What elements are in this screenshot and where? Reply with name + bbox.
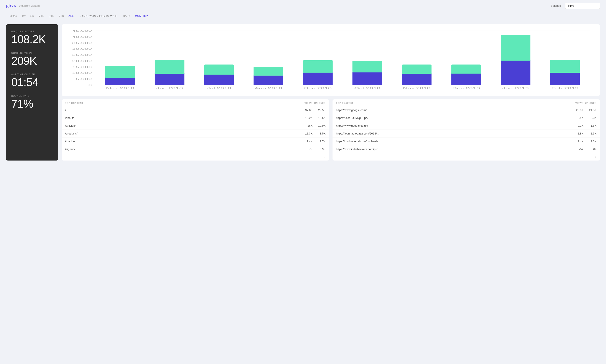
- row-uniques: 10.9K: [313, 124, 326, 127]
- row-label: /products/: [65, 132, 300, 135]
- svg-text:5,000: 5,000: [76, 78, 92, 80]
- unique-visitors-label: UNIQUE VISITORS: [11, 30, 53, 33]
- row-views: 37.6K: [300, 108, 313, 112]
- svg-rect-20: [105, 66, 135, 77]
- avg-time-value: 01:54: [11, 77, 53, 88]
- table-row: https://joannaglogaza.com/2018/...1.8K1.…: [332, 130, 600, 138]
- filter-all[interactable]: ALL: [66, 13, 76, 19]
- svg-text:40,000: 40,000: [72, 36, 92, 38]
- svg-text:Dec 2018: Dec 2018: [452, 87, 480, 89]
- nav-bar: TODAY 1W 4W MTD QTD YTD ALL JAN 1, 2019 …: [0, 12, 606, 21]
- row-uniques: 6.9K: [313, 147, 326, 151]
- settings-link[interactable]: Settings: [551, 4, 561, 7]
- row-views: 9.4K: [300, 140, 313, 143]
- row-uniques: 21.5K: [583, 108, 596, 112]
- top-traffic-header: TOP TRAFFIC VIEWS UNIQUES: [332, 99, 600, 106]
- svg-rect-41: [353, 72, 382, 85]
- svg-rect-48: [451, 65, 481, 73]
- svg-rect-21: [105, 77, 135, 85]
- row-label[interactable]: https://coolmaterial.com/cool-web...: [336, 140, 570, 143]
- svg-rect-33: [253, 76, 283, 85]
- top-content-more[interactable]: ›: [325, 155, 326, 159]
- filter-qtd[interactable]: QTD: [46, 13, 56, 19]
- svg-text:25,000: 25,000: [72, 53, 92, 56]
- row-label: /about/: [65, 116, 300, 119]
- filter-4w[interactable]: 4W: [28, 13, 36, 19]
- row-label[interactable]: https://www.indiehackers.com/pro...: [336, 147, 570, 151]
- svg-rect-24: [155, 60, 184, 73]
- top-traffic-rows: https://www.google.com/26.9K21.5Khttps:/…: [332, 106, 600, 153]
- row-uniques: 1.3K: [583, 132, 596, 135]
- chart-area: 45,00040,00035,00030,00025,00020,00015,0…: [66, 29, 596, 94]
- row-uniques: 1.6K: [583, 124, 596, 127]
- row-uniques: 8.5K: [313, 132, 326, 135]
- row-label[interactable]: https://www.google.com/: [336, 108, 570, 112]
- filter-1w[interactable]: 1W: [20, 13, 28, 19]
- svg-rect-38: [303, 72, 333, 73]
- row-views: 1.8K: [570, 132, 583, 135]
- svg-text:35,000: 35,000: [72, 42, 92, 44]
- svg-text:15,000: 15,000: [72, 66, 92, 68]
- table-row: /articles/16K10.9K: [62, 122, 329, 130]
- svg-text:Oct 2018: Oct 2018: [354, 87, 381, 89]
- svg-rect-58: [550, 72, 580, 73]
- row-uniques: 29.5K: [313, 108, 326, 112]
- top-traffic-more[interactable]: ›: [595, 155, 596, 159]
- row-views: 1.4K: [570, 140, 583, 143]
- row-label-highlighted[interactable]: /: [65, 108, 66, 112]
- bounce-rate-value: 71%: [11, 98, 53, 109]
- row-views: 8.7K: [300, 147, 313, 151]
- table-row: https://www.google.com/26.9K21.5K: [332, 106, 600, 114]
- row-views: 26.9K: [570, 108, 583, 112]
- bar-chart: 45,00040,00035,00030,00025,00020,00015,0…: [66, 29, 596, 94]
- svg-rect-36: [303, 60, 333, 72]
- svg-rect-50: [451, 73, 481, 74]
- search-input[interactable]: [565, 3, 600, 9]
- header-right: Settings: [551, 3, 600, 9]
- svg-text:Nov 2018: Nov 2018: [403, 87, 431, 89]
- date-range: JAN 1, 2019 › FEB 19, 2019: [80, 14, 116, 18]
- row-uniques: 609: [583, 147, 596, 151]
- top-traffic-uniques-col: UNIQUES: [583, 102, 596, 104]
- svg-rect-37: [303, 72, 333, 85]
- svg-text:Sep 2018: Sep 2018: [304, 87, 332, 89]
- table-row: /products/11.3K8.5K: [62, 130, 329, 138]
- top-traffic-views-col: VIEWS: [570, 102, 583, 104]
- view-monthly[interactable]: MONTHLY: [133, 13, 150, 19]
- top-content-footer: ›: [62, 153, 329, 160]
- row-label[interactable]: https://t.co/EOuMQIE8pA: [336, 116, 570, 119]
- view-filters: DAILY MONTHLY: [121, 13, 150, 19]
- row-uniques: 7.7K: [313, 140, 326, 143]
- svg-rect-29: [204, 74, 234, 85]
- svg-text:Feb 2019: Feb 2019: [551, 87, 579, 89]
- svg-rect-54: [501, 60, 530, 61]
- row-label[interactable]: https://www.google.co.uk/: [336, 124, 570, 127]
- table-row: /37.6K29.5K: [62, 106, 329, 114]
- table-row: https://www.indiehackers.com/pro...75260…: [332, 145, 600, 153]
- filter-ytd[interactable]: YTD: [56, 13, 66, 19]
- svg-text:30,000: 30,000: [72, 48, 92, 50]
- top-traffic-footer: ›: [332, 153, 600, 160]
- filter-mtd[interactable]: MTD: [36, 13, 46, 19]
- svg-rect-30: [204, 74, 234, 75]
- row-uniques: 1.3K: [583, 140, 596, 143]
- view-daily[interactable]: DAILY: [121, 13, 133, 19]
- row-views: 19.2K: [300, 116, 313, 119]
- svg-text:45,000: 45,000: [72, 29, 92, 32]
- row-label[interactable]: https://joannaglogaza.com/2018/...: [336, 132, 570, 135]
- unique-visitors-stat: UNIQUE VISITORS 108.2K: [11, 30, 53, 45]
- svg-text:10,000: 10,000: [72, 72, 92, 74]
- avg-time-stat: AVG TIME ON SITE 01:54: [11, 73, 53, 88]
- row-views: 2.1K: [570, 124, 583, 127]
- top-traffic-title: TOP TRAFFIC: [336, 102, 570, 104]
- row-label: /signup/: [65, 147, 300, 151]
- svg-rect-28: [204, 65, 234, 74]
- filter-today[interactable]: TODAY: [6, 13, 20, 19]
- svg-rect-45: [402, 73, 432, 85]
- svg-rect-57: [550, 72, 580, 85]
- table-row: /thanks/9.4K7.7K: [62, 138, 329, 145]
- top-content-uniques-col: UNIQUES: [313, 102, 326, 104]
- svg-rect-22: [105, 77, 135, 78]
- unique-visitors-value: 108.2K: [11, 34, 53, 45]
- svg-text:Aug 2018: Aug 2018: [255, 87, 282, 89]
